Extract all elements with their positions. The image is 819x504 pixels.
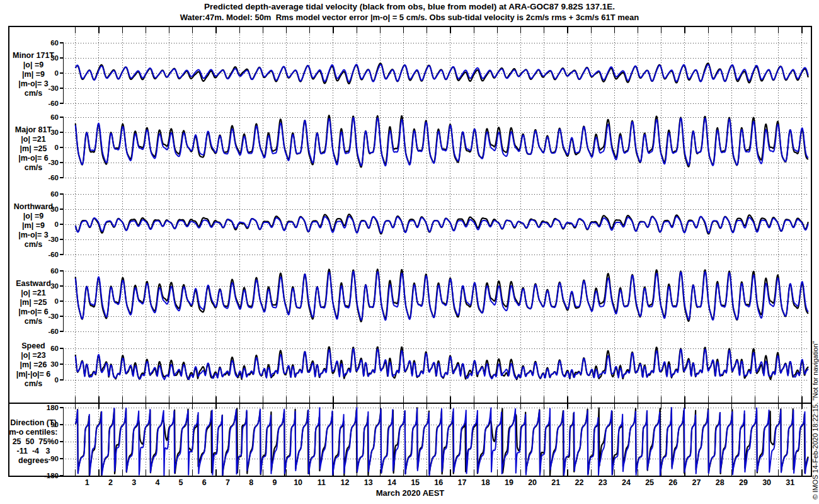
day-label: 16	[434, 478, 443, 487]
day-label: 22	[575, 478, 584, 487]
curves-major	[76, 115, 808, 167]
series-model-northward	[76, 217, 808, 233]
day-label: 6	[202, 478, 207, 487]
y-tick-label-direction: -180	[36, 472, 59, 479]
y-tick-label-eastward: 30	[36, 282, 59, 290]
curves-eastward	[76, 269, 808, 321]
y-tick-label-minor: -60	[36, 100, 59, 107]
y-tick-label-major: -30	[36, 159, 59, 166]
x-axis-label: March 2020 AEST	[284, 488, 536, 498]
plot-svg	[0, 0, 819, 504]
y-tick-label-major: 30	[36, 129, 59, 136]
day-label: 20	[528, 478, 537, 487]
panel-axes	[60, 43, 810, 476]
y-tick-label-speed: 60	[36, 345, 59, 352]
day-label: 4	[155, 478, 159, 487]
y-tick-label-northward: -60	[36, 251, 59, 258]
y-tick-label-northward: 30	[36, 205, 59, 213]
y-tick-label-direction: 90	[36, 421, 59, 428]
y-tick-label-northward: -30	[36, 236, 59, 243]
day-label: 24	[622, 478, 631, 487]
y-tick-label-minor: 30	[36, 54, 59, 62]
day-label: 1	[85, 478, 89, 487]
series-obs-major	[76, 115, 808, 167]
day-label: 28	[716, 478, 724, 487]
y-tick-label-direction: 0	[36, 438, 59, 445]
y-tick-label-speed: 0	[36, 376, 59, 384]
curves-northward	[76, 214, 808, 234]
y-tick-label-eastward: 60	[36, 267, 59, 275]
series-obs-eastward	[76, 269, 808, 321]
series-model-eastward	[76, 272, 808, 321]
y-tick-label-minor: 60	[36, 39, 59, 47]
day-label: 2	[108, 478, 113, 487]
y-tick-label-eastward: 0	[36, 297, 59, 305]
day-label: 14	[387, 478, 396, 487]
day-label: 26	[668, 478, 677, 487]
day-label: 9	[272, 478, 277, 487]
day-label: 7	[226, 478, 230, 487]
y-tick-label-speed: 30	[36, 360, 59, 368]
day-label: 19	[505, 478, 513, 487]
day-label: 30	[762, 478, 771, 487]
day-label: 13	[364, 478, 373, 487]
y-tick-label-direction: -90	[36, 455, 59, 462]
day-label: 3	[132, 478, 136, 487]
y-tick-label-eastward: -60	[36, 328, 59, 335]
y-tick-label-major: 0	[36, 144, 59, 151]
y-tick-label-major: -60	[36, 174, 59, 181]
copyright-watermark: © IMOS 14-Feb-2020 18:22:15. "Not for na…	[811, 341, 819, 500]
y-tick-label-minor: 0	[36, 69, 59, 77]
day-label: 27	[692, 478, 701, 487]
y-tick-label-direction: 180	[36, 404, 59, 411]
day-label: 8	[249, 478, 253, 487]
y-tick-label-major: 60	[36, 113, 59, 121]
day-label: 31	[786, 478, 794, 487]
day-label: 15	[411, 478, 420, 487]
upper-axes-frame	[9, 26, 811, 403]
y-tick-label-eastward: -30	[36, 312, 59, 320]
day-label: 18	[481, 478, 490, 487]
curves-speed	[76, 346, 808, 380]
series-model-major	[76, 118, 808, 166]
day-label: 23	[598, 478, 607, 487]
day-label: 25	[645, 478, 654, 487]
y-tick-label-northward: 0	[36, 220, 59, 228]
day-label: 11	[318, 478, 326, 487]
day-label: 10	[294, 478, 302, 487]
day-gridlines	[76, 27, 802, 476]
day-label: 21	[551, 478, 560, 487]
curves-minor	[76, 64, 808, 84]
day-label: 29	[739, 478, 748, 487]
y-tick-label-northward: 60	[36, 190, 59, 198]
day-label: 12	[341, 478, 350, 487]
day-label: 5	[179, 478, 183, 487]
day-label: 17	[458, 478, 467, 487]
figure: Predicted depth-average tidal velocity (…	[0, 0, 819, 504]
y-tick-label-minor: -30	[36, 84, 59, 92]
